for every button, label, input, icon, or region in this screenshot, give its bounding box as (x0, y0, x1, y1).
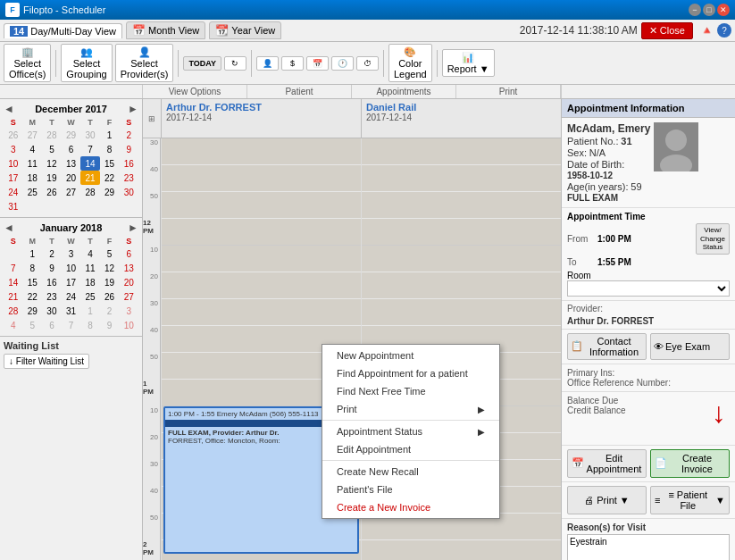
cal-cell[interactable]: 12 (42, 156, 62, 171)
view-change-status-button[interactable]: View/ChangeStatus (696, 223, 730, 255)
select-grouping-button[interactable]: 👥 SelectGrouping (61, 44, 112, 82)
cal-cell[interactable]: 19 (42, 171, 62, 185)
print-button[interactable]: 🖨 Print ▼ (567, 486, 647, 514)
cal-cell[interactable]: 5 (100, 247, 120, 261)
cal-cell[interactable]: 23 (119, 171, 138, 185)
cal-cell[interactable]: 27 (23, 128, 43, 142)
cal-cell[interactable]: 3 (4, 142, 23, 156)
patient-button[interactable]: 👤 (256, 56, 279, 71)
tab-month-view[interactable]: 📅 Month View (126, 21, 205, 39)
cal-cell[interactable]: 3 (62, 247, 81, 261)
cal-cell[interactable]: 27 (62, 185, 81, 199)
cal-cell[interactable]: 15 (100, 156, 120, 171)
cal-cell[interactable]: 7 (4, 261, 23, 275)
cal-cell[interactable]: 25 (23, 185, 43, 199)
cal-cell[interactable]: 9 (119, 142, 138, 156)
refresh-button[interactable]: ↻ (224, 56, 246, 71)
cal-cell[interactable]: 8 (23, 261, 43, 275)
window-close-button[interactable]: ✕ (717, 4, 730, 16)
ctx-create-recall[interactable]: Create New Recall (322, 463, 499, 481)
help-icon[interactable]: ? (717, 23, 731, 38)
cal-cell[interactable]: 9 (100, 318, 120, 332)
edit-appointment-button[interactable]: 📅 Edit Appointment (567, 449, 647, 478)
cal-cell[interactable]: 7 (62, 318, 81, 332)
cal-cell[interactable]: 10 (4, 156, 23, 171)
billing-button[interactable]: $ (281, 56, 304, 71)
cal-cell[interactable]: 18 (23, 171, 43, 185)
cal-cell[interactable]: 3 (119, 304, 138, 318)
cal-cell[interactable]: 26 (42, 185, 62, 199)
cal-cell[interactable]: 4 (4, 318, 23, 332)
cal-cell[interactable]: 16 (119, 156, 138, 171)
cal-cell[interactable]: 30 (80, 128, 100, 142)
cal-cell[interactable]: 10 (119, 318, 138, 332)
cal-cell[interactable]: 31 (62, 304, 81, 318)
cal-cell[interactable]: 26 (100, 289, 120, 304)
cal-cell[interactable]: 4 (80, 247, 100, 261)
cal-cell[interactable]: 6 (42, 318, 62, 332)
ctx-edit-appointment[interactable]: Edit Appointment (322, 440, 499, 458)
ctx-appt-status[interactable]: Appointment Status ▶ (322, 422, 499, 440)
jan-next-button[interactable]: ► (128, 221, 138, 234)
cal-cell[interactable]: 6 (62, 142, 81, 156)
patient-file-button[interactable]: ≡ ≡ Patient File ▼ (650, 486, 730, 514)
color-legend-button[interactable]: 🎨 ColorLegend (388, 44, 432, 82)
cal-cell[interactable]: 5 (42, 142, 62, 156)
cal-cell[interactable]: 8 (100, 142, 120, 156)
cal-cell[interactable]: 30 (119, 185, 138, 199)
cal-cell[interactable]: 16 (42, 275, 62, 289)
cal-cell[interactable]: 28 (42, 128, 62, 142)
cal-cell[interactable]: 28 (80, 185, 100, 199)
report-button[interactable]: 📊 Report ▼ (442, 49, 495, 77)
cal-cell[interactable]: 29 (23, 304, 43, 318)
dec-prev-button[interactable]: ◄ (4, 103, 14, 115)
close-main-button[interactable]: ✕ Close (641, 22, 693, 39)
maximize-button[interactable]: □ (703, 4, 715, 16)
ctx-find-next-free[interactable]: Find Next Free Time (322, 382, 499, 400)
tab-day-view[interactable]: 14 Day/Multi-Day View (4, 23, 122, 38)
cal-cell[interactable]: 20 (62, 171, 81, 185)
cal-cell[interactable]: 24 (62, 289, 81, 304)
tab-year-view[interactable]: 📆 Year View (209, 21, 281, 39)
cal-cell[interactable]: 17 (4, 171, 23, 185)
ctx-patient-file[interactable]: Patient's File (322, 481, 499, 498)
select-offices-button[interactable]: 🏢 SelectOffice(s) (4, 44, 51, 82)
ctx-new-appointment[interactable]: New Appointment (322, 347, 499, 364)
cal-cell[interactable]: 14 (80, 156, 100, 171)
ctx-print[interactable]: Print ▶ (322, 400, 499, 418)
room-select[interactable] (567, 280, 730, 297)
cal-cell[interactable]: 22 (100, 171, 120, 185)
cal-cell[interactable]: 21 (80, 171, 100, 185)
cal-cell[interactable]: 13 (119, 261, 138, 275)
cal-cell[interactable]: 26 (4, 128, 23, 142)
cal-cell[interactable]: 2 (119, 128, 138, 142)
contact-info-button[interactable]: 📋 Contact Information (567, 333, 647, 360)
cal-cell[interactable]: 24 (4, 185, 23, 199)
cal-cell[interactable]: 28 (4, 304, 23, 318)
cal-cell[interactable]: 2 (42, 247, 62, 261)
cal-cell[interactable]: 1 (80, 304, 100, 318)
cal-cell[interactable]: 6 (119, 247, 138, 261)
cal-cell[interactable]: 15 (23, 275, 43, 289)
cal-cell[interactable]: 8 (80, 318, 100, 332)
cal-cell[interactable]: 29 (62, 128, 81, 142)
cal-cell[interactable]: 30 (42, 304, 62, 318)
cal-cell[interactable]: 17 (62, 275, 81, 289)
today-button[interactable]: TODAY (183, 56, 221, 71)
cal-cell[interactable]: 4 (23, 142, 43, 156)
cal-cell[interactable]: 14 (4, 275, 23, 289)
ctx-create-invoice[interactable]: Create a New Invoice (322, 498, 499, 516)
select-provider-button[interactable]: 👤 SelectProvider(s) (115, 44, 174, 82)
cal-cell[interactable]: 13 (62, 156, 81, 171)
dec-next-button[interactable]: ► (128, 103, 138, 115)
cal-cell[interactable]: 5 (23, 318, 43, 332)
jan-prev-button[interactable]: ◄ (4, 221, 14, 234)
clock-button[interactable]: 🕐 (331, 56, 354, 71)
cal-cell[interactable]: 11 (23, 156, 43, 171)
calendar-button[interactable]: 📅 (306, 56, 329, 71)
timer-button[interactable]: ⏱ (356, 56, 379, 71)
cal-cell[interactable]: 25 (80, 289, 100, 304)
create-invoice-button[interactable]: 📄 Create Invoice (650, 449, 730, 478)
minimize-button[interactable]: − (689, 4, 701, 16)
cal-cell[interactable]: 1 (100, 128, 120, 142)
